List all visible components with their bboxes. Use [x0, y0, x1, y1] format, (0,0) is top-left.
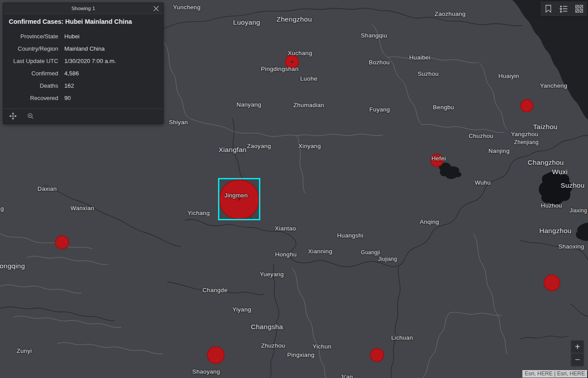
field-value: 1/30/2020 7:00 a.m.: [64, 58, 116, 64]
field-label: Deaths: [4, 82, 58, 89]
case-circle[interactable]: [430, 154, 444, 167]
legend-icon[interactable]: [558, 3, 570, 15]
field-label: Country/Region: [4, 45, 58, 52]
map-canvas[interactable]: ✕✕ YunchengLuoyangZhengzhouZaozhuangShan…: [0, 0, 588, 378]
field-label: Province/State: [4, 33, 58, 40]
zoom-to-icon[interactable]: [26, 112, 34, 120]
zoom-control: + −: [571, 341, 584, 366]
zoom-in-button[interactable]: +: [571, 341, 584, 353]
popup-fields: Province/StateHubeiCountry/RegionMainlan…: [4, 27, 163, 108]
popup-field-row: Country/RegionMainland China: [4, 42, 163, 55]
popup-field-row: Deaths162: [4, 79, 163, 92]
map-actionbar: [540, 1, 587, 16]
zoom-out-button[interactable]: −: [571, 353, 584, 366]
popup-header[interactable]: Showing 1: [4, 3, 163, 14]
field-value: 162: [64, 82, 74, 89]
popup-showing-count: Showing 1: [71, 6, 95, 11]
field-label: Recovered: [4, 95, 58, 101]
popup-footer: [4, 108, 163, 123]
case-circle[interactable]: [520, 99, 533, 112]
close-icon[interactable]: [152, 5, 159, 12]
field-label: Last Update UTC: [4, 58, 58, 64]
case-circle[interactable]: [544, 274, 560, 291]
case-circle[interactable]: [370, 348, 384, 362]
field-value: Hubei: [64, 33, 79, 40]
feature-popup: Showing 1 Confirmed Cases: Hubei Mainlan…: [3, 3, 163, 124]
basemap-icon[interactable]: [573, 3, 585, 15]
field-value: 90: [64, 95, 71, 101]
selection-box: [218, 178, 260, 220]
dock-icon[interactable]: [9, 112, 17, 120]
popup-field-row: Province/StateHubei: [4, 30, 163, 42]
popup-title: Confirmed Cases: Hubei Mainland China: [4, 14, 163, 27]
city-point-marker: ✕: [290, 60, 294, 64]
field-label: Confirmed: [4, 70, 58, 77]
case-circle[interactable]: [55, 235, 69, 249]
field-value: 4,586: [64, 70, 79, 77]
field-value: Mainland China: [64, 45, 105, 52]
popup-field-row: Confirmed4,586: [4, 67, 163, 79]
map-attribution: Esri, HERE | Esri, HERE: [522, 370, 587, 378]
bookmark-icon[interactable]: [543, 3, 554, 15]
popup-field-row: Recovered90: [4, 92, 163, 104]
case-circle[interactable]: [207, 346, 225, 364]
popup-field-row: Last Update UTC1/30/2020 7:00 a.m.: [4, 55, 163, 67]
